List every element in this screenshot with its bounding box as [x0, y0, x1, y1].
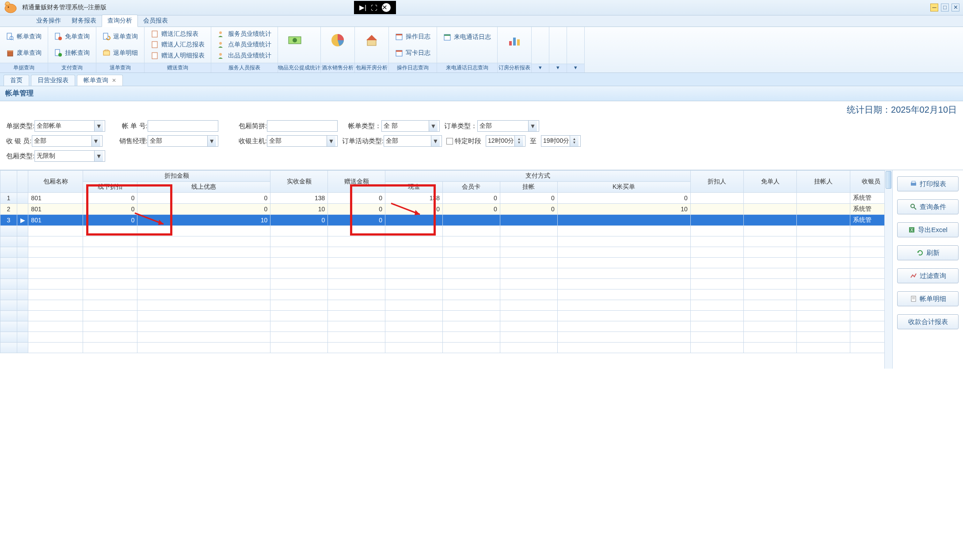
data-grid[interactable]: 包厢名称 折扣金额 实收金额 赠送金额 支付方式 折扣人 免单人 挂帐人 收银员…	[0, 170, 892, 353]
refresh-button[interactable]: 刷新	[897, 245, 959, 260]
menu-query[interactable]: 查询分析	[102, 15, 138, 27]
refund-detail-button[interactable]: 退单明细	[99, 48, 141, 58]
group-gift-query: 赠送查询	[145, 63, 211, 72]
void-query-button[interactable]: 废单查询	[3, 48, 45, 58]
col-pay-group[interactable]: 支付方式	[385, 171, 691, 182]
bill-no-input[interactable]	[148, 120, 218, 132]
bill-query-button[interactable]: 帐单查询	[3, 31, 45, 42]
col-online[interactable]: 线上优惠	[137, 182, 270, 193]
menu-member[interactable]: 会员报表	[138, 15, 173, 27]
expand-icon[interactable]: ⛶	[371, 4, 377, 11]
ribbon-overflow-2[interactable]: ▾	[549, 27, 567, 72]
col-freeman[interactable]: 免单人	[744, 171, 797, 193]
export-excel-button[interactable]: X导出Excel	[897, 222, 959, 237]
item-commission-button[interactable]	[281, 29, 309, 61]
host-select[interactable]: 全部▼	[267, 135, 338, 147]
doc-free-icon	[54, 33, 62, 41]
cashier-select[interactable]: 全部▼	[32, 135, 103, 147]
gifter-summary-button[interactable]: 赠送人汇总报表	[147, 39, 208, 50]
svg-point-3	[5, 2, 10, 5]
refund-detail-icon	[103, 49, 110, 57]
act-type-select[interactable]: 全部▼	[384, 135, 442, 147]
group-staff-report: 服务人员报表	[211, 63, 278, 72]
col-room[interactable]: 包厢名称	[28, 171, 83, 193]
col-credit[interactable]: 挂帐	[500, 182, 557, 193]
table-row-empty	[0, 268, 892, 279]
mgr-select[interactable]: 全部▼	[148, 135, 218, 147]
table-row-empty	[0, 236, 892, 247]
bill-type-select[interactable]: 全 部▼	[381, 120, 440, 132]
play-icon[interactable]: ▶|	[359, 4, 366, 11]
booking-report-button[interactable]	[500, 29, 529, 61]
col-kmi[interactable]: K米买单	[557, 182, 690, 193]
room-type-select[interactable]: 无限制▼	[34, 150, 105, 162]
gifter-detail-button[interactable]: 赠送人明细报表	[147, 50, 208, 61]
room-open-button[interactable]	[358, 29, 386, 61]
col-discount-group[interactable]: 折扣金额	[83, 171, 270, 182]
svg-rect-8	[7, 50, 13, 52]
credit-query-button[interactable]: 挂帐查询	[51, 48, 93, 58]
bill-detail-button[interactable]: 帐单明细	[897, 291, 959, 306]
menu-business[interactable]: 业务操作	[31, 15, 66, 27]
chevron-down-icon: ▼	[327, 136, 335, 146]
gift-summary-button[interactable]: 赠送汇总报表	[147, 29, 208, 39]
tab-bill-query[interactable]: 帐单查询✕	[77, 75, 123, 86]
time-check[interactable]	[446, 138, 453, 145]
tab-home[interactable]: 首页	[4, 75, 29, 86]
op-log-button[interactable]: 操作日志	[392, 31, 434, 42]
svg-line-41	[914, 207, 916, 210]
time-to-label: 至	[530, 137, 537, 145]
menu-finance[interactable]: 财务报表	[66, 15, 102, 27]
doc-icon	[151, 41, 159, 49]
svg-rect-39	[912, 181, 915, 183]
col-creditman[interactable]: 挂帐人	[797, 171, 850, 193]
svg-text:X: X	[910, 228, 914, 232]
chevron-down-icon: ▼	[528, 121, 537, 131]
tab-daily-report[interactable]: 日营业报表	[31, 75, 75, 86]
doc-search-icon	[6, 33, 14, 41]
order-type-label: 订单类型：	[444, 122, 477, 130]
col-discounter[interactable]: 折扣人	[690, 171, 743, 193]
col-gift[interactable]: 赠送金额	[328, 171, 385, 193]
product-perf-button[interactable]: 出品员业绩统计	[214, 50, 275, 61]
tab-close-icon[interactable]: ✕	[112, 77, 116, 84]
call-log-button[interactable]: 来电通话日志	[440, 32, 495, 42]
table-row[interactable]: 28010010000010系统管	[0, 204, 892, 215]
waiter-perf-button[interactable]: 服务员业绩统计	[214, 29, 275, 39]
svg-point-22	[293, 38, 297, 42]
table-row[interactable]: 1801001380138000系统管	[0, 193, 892, 204]
filter-query-button[interactable]: 过滤查询	[897, 268, 959, 283]
spinner-icon: ▲▼	[570, 136, 579, 146]
svg-rect-24	[367, 39, 376, 46]
group-pay-query: 支付查询	[48, 63, 96, 72]
col-actual[interactable]: 实收金额	[270, 171, 328, 193]
receipt-total-button[interactable]: 收款合计报表	[897, 314, 959, 329]
order-perf-button[interactable]: 点单员业绩统计	[214, 39, 275, 50]
ribbon-overflow-1[interactable]: ▾	[532, 27, 549, 72]
svg-rect-31	[509, 41, 512, 46]
svg-rect-13	[103, 33, 108, 39]
order-type-select[interactable]: 全部▼	[477, 120, 539, 132]
group-drink-sales: 酒水销售分析	[321, 63, 354, 72]
col-member[interactable]: 会员卡	[443, 182, 500, 193]
room-abbr-input[interactable]	[267, 120, 338, 132]
refund-query-button[interactable]: 退单查询	[99, 31, 141, 42]
ribbon-overflow-3[interactable]: ▾	[567, 27, 585, 72]
print-report-button[interactable]: 打印报表	[897, 176, 959, 191]
free-query-button[interactable]: 免单查询	[51, 31, 93, 42]
col-cash[interactable]: 现金	[385, 182, 443, 193]
grid-scrollbar[interactable]	[884, 170, 892, 369]
time-to-input[interactable]: 19时00分▲▼	[541, 135, 581, 147]
time-from-input[interactable]: 12时00分▲▼	[486, 135, 525, 147]
bill-kind-select[interactable]: 全部帐单▼	[34, 120, 105, 132]
query-cond-button[interactable]: 查询条件	[897, 199, 959, 214]
table-row-empty	[0, 321, 892, 332]
maximize-icon[interactable]: □	[941, 4, 949, 11]
stop-icon[interactable]: ✕	[382, 3, 391, 12]
col-offline[interactable]: 线下折扣	[83, 182, 137, 193]
minimize-icon[interactable]: ─	[930, 4, 938, 11]
card-log-button[interactable]: 写卡日志	[392, 48, 434, 58]
drink-sales-button[interactable]	[324, 29, 352, 61]
close-icon[interactable]: ✕	[952, 4, 959, 11]
table-row[interactable]: 3▶80101000系统管	[0, 215, 892, 226]
